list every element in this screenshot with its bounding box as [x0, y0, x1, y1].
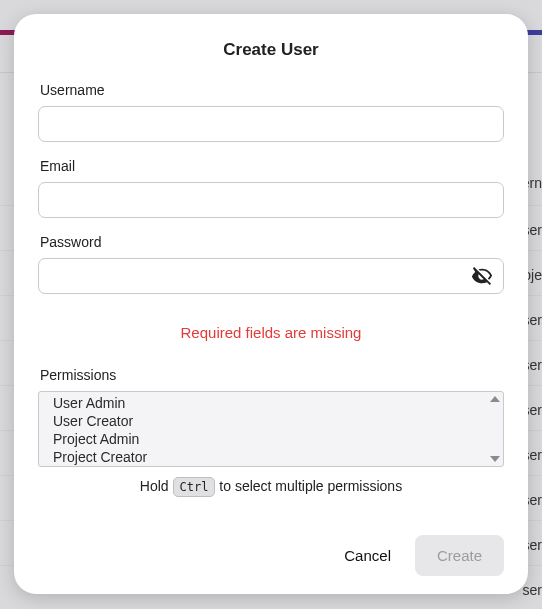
permission-option[interactable]: User Creator	[53, 412, 503, 430]
password-label: Password	[40, 234, 504, 250]
cancel-button[interactable]: Cancel	[340, 539, 395, 572]
password-field-block: Password	[38, 234, 504, 294]
chevron-down-icon[interactable]	[490, 456, 500, 462]
bg-cell-fragment: ser	[523, 582, 542, 598]
create-button[interactable]: Create	[415, 535, 504, 576]
create-user-dialog: Create User Username Email Password Requ…	[14, 14, 528, 594]
password-input[interactable]	[38, 258, 504, 294]
modal-backdrop: ern ser oje ser ser ser ser ser ser ser …	[0, 0, 542, 609]
error-message: Required fields are missing	[38, 324, 504, 341]
permission-option[interactable]: Project Admin	[53, 430, 503, 448]
hint-post: to select multiple permissions	[215, 478, 402, 494]
hint-pre: Hold	[140, 478, 173, 494]
ctrl-key-badge: Ctrl	[173, 477, 216, 497]
email-input[interactable]	[38, 182, 504, 218]
permissions-multiselect[interactable]: User Admin User Creator Project Admin Pr…	[38, 391, 504, 467]
permissions-list: User Admin User Creator Project Admin Pr…	[39, 392, 503, 467]
eye-off-icon[interactable]	[470, 264, 494, 288]
username-input[interactable]	[38, 106, 504, 142]
chevron-up-icon[interactable]	[490, 396, 500, 402]
email-label: Email	[40, 158, 504, 174]
permissions-label: Permissions	[40, 367, 504, 383]
multiselect-hint: Hold Ctrl to select multiple permissions	[38, 477, 504, 497]
username-field-block: Username	[38, 82, 504, 142]
username-label: Username	[40, 82, 504, 98]
permission-option[interactable]: User Admin	[53, 394, 503, 412]
permission-option[interactable]: Project Creator	[53, 448, 503, 466]
dialog-title: Create User	[38, 40, 504, 60]
email-field-block: Email	[38, 158, 504, 218]
dialog-footer: Cancel Create	[38, 523, 504, 576]
